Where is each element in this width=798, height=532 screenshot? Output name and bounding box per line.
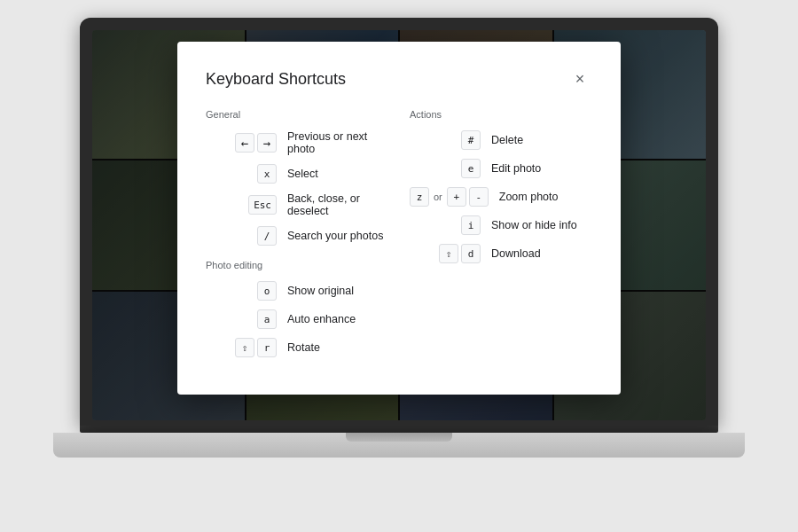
right-section: Actions # Delete e	[410, 109, 592, 366]
key-z: z	[410, 187, 429, 207]
keyboard-shortcuts-modal: Keyboard Shortcuts × General ← →	[177, 42, 621, 395]
key-r: r	[257, 338, 277, 357]
key-group: i	[410, 215, 481, 235]
laptop-base	[53, 433, 745, 458]
shortcut-description: Select	[287, 168, 318, 180]
shortcut-delete: # Delete	[410, 130, 592, 150]
key-o: o	[257, 281, 277, 301]
shortcut-edit-photo: e Edit photo	[410, 159, 592, 178]
shortcut-back: Esc Back, close, or deselect	[206, 192, 388, 217]
key-group: ← →	[206, 133, 277, 153]
key-hash: #	[461, 130, 481, 150]
close-button[interactable]: ×	[567, 66, 592, 91]
key-left-arrow: ←	[235, 133, 254, 153]
shortcut-description: Zoom photo	[499, 191, 559, 203]
key-x: x	[257, 164, 277, 184]
modal-title: Keyboard Shortcuts	[206, 70, 346, 89]
shortcut-show-original: o Show original	[206, 281, 388, 301]
key-group: x	[206, 164, 277, 184]
key-e: e	[461, 159, 481, 178]
shortcut-description: Edit photo	[491, 162, 541, 175]
key-d: d	[461, 244, 481, 263]
shortcut-select: x Select	[206, 164, 388, 184]
modal-header: Keyboard Shortcuts ×	[206, 66, 592, 91]
key-group: a	[206, 309, 277, 329]
photo-editing-shortcut-list: o Show original a Auto enhance	[206, 281, 388, 357]
photo-editing-section-title: Photo editing	[206, 260, 388, 270]
shortcut-rotate: ⇧ r Rotate	[206, 338, 388, 357]
actions-section-title: Actions	[410, 109, 592, 120]
key-group: z or + -	[410, 187, 489, 207]
shortcut-description: Rotate	[287, 341, 320, 354]
key-group: ⇧ r	[206, 338, 277, 357]
shortcut-description: Show or hide info	[491, 219, 577, 231]
key-plus: +	[447, 187, 466, 207]
shortcut-description: Delete	[491, 134, 523, 146]
general-shortcut-list: ← → Previous or next photo x Select	[206, 130, 388, 246]
shortcut-search: / Search your photos	[206, 226, 388, 246]
shortcut-description: Back, close, or deselect	[287, 192, 388, 217]
laptop-hinge	[80, 426, 718, 433]
general-section-title: General	[206, 109, 388, 120]
modal-body: General ← → Previous or next photo	[206, 109, 592, 366]
key-group: e	[410, 159, 481, 178]
key-shift: ⇧	[235, 338, 254, 357]
shortcut-description: Previous or next photo	[287, 130, 388, 155]
actions-shortcut-list: # Delete e Edit photo	[410, 130, 592, 263]
shortcut-download: ⇧ d Download	[410, 244, 592, 263]
shortcut-description: Show original	[287, 285, 354, 297]
key-group: #	[410, 130, 481, 150]
or-separator: or	[434, 192, 442, 202]
key-slash: /	[257, 226, 277, 246]
key-a: a	[257, 309, 277, 329]
shortcut-prev-next: ← → Previous or next photo	[206, 130, 388, 155]
key-group: o	[206, 281, 277, 301]
key-right-arrow: →	[257, 133, 277, 153]
key-group: /	[206, 226, 277, 246]
laptop-container: Keyboard Shortcuts × General ← →	[53, 18, 745, 514]
screen: Keyboard Shortcuts × General ← →	[92, 30, 706, 420]
key-group: ⇧ d	[410, 244, 481, 263]
shortcut-zoom: z or + - Zoom photo	[410, 187, 592, 207]
shortcut-description: Search your photos	[287, 230, 383, 242]
key-minus: -	[469, 187, 489, 207]
screen-bezel: Keyboard Shortcuts × General ← →	[80, 18, 718, 426]
left-section: General ← → Previous or next photo	[206, 109, 388, 366]
shortcut-description: Auto enhance	[287, 313, 356, 325]
laptop-notch	[346, 433, 452, 442]
key-esc: Esc	[248, 195, 277, 215]
key-shift: ⇧	[439, 244, 458, 263]
key-group: Esc	[206, 195, 277, 215]
key-i: i	[461, 215, 481, 235]
shortcut-description: Download	[491, 247, 541, 260]
shortcut-auto-enhance: a Auto enhance	[206, 309, 388, 329]
shortcut-info: i Show or hide info	[410, 215, 592, 235]
